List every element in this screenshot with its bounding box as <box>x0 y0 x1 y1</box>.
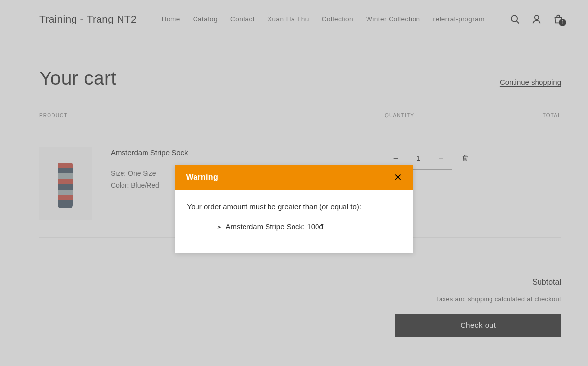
modal-title: Warning <box>186 173 219 182</box>
modal-header: Warning ✕ <box>175 165 413 190</box>
modal-close-button[interactable]: ✕ <box>394 172 402 182</box>
modal-item-line: ➢ Amsterdam Stripe Sock: 100₫ <box>187 222 401 231</box>
close-icon: ✕ <box>394 172 402 183</box>
modal-item-text: Amsterdam Stripe Sock: 100₫ <box>226 222 324 231</box>
modal-body: Your order amount must be greater than (… <box>175 190 413 253</box>
warning-modal: Warning ✕ Your order amount must be grea… <box>175 165 413 253</box>
modal-message: Your order amount must be greater than (… <box>187 202 401 211</box>
arrow-icon: ➢ <box>217 223 222 231</box>
modal-overlay[interactable]: Warning ✕ Your order amount must be grea… <box>0 0 588 366</box>
